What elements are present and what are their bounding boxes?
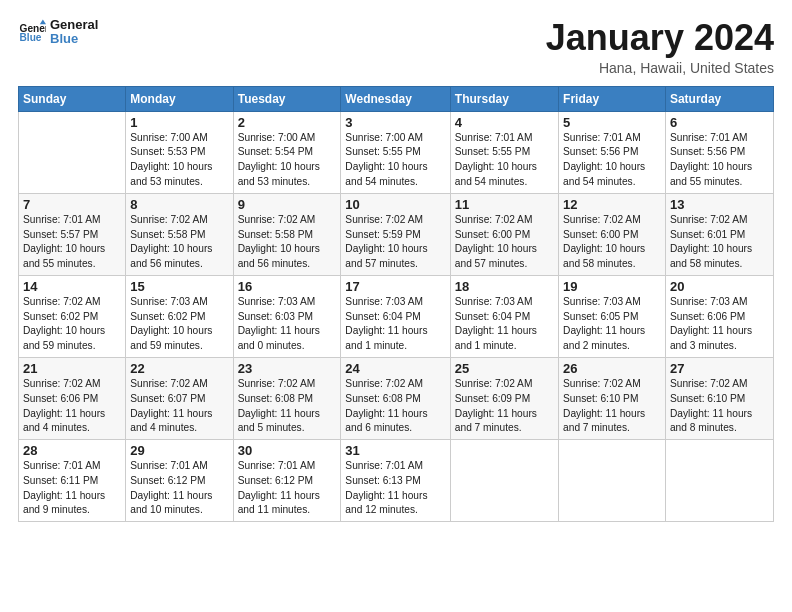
column-header-tuesday: Tuesday [233,86,341,111]
column-header-wednesday: Wednesday [341,86,450,111]
day-number: 12 [563,197,661,212]
day-number: 26 [563,361,661,376]
day-number: 23 [238,361,337,376]
day-cell [19,111,126,193]
logo-line1: General [50,18,98,32]
day-cell: 23Sunrise: 7:02 AM Sunset: 6:08 PM Dayli… [233,357,341,439]
column-header-saturday: Saturday [665,86,773,111]
day-cell: 7Sunrise: 7:01 AM Sunset: 5:57 PM Daylig… [19,193,126,275]
calendar-table: SundayMondayTuesdayWednesdayThursdayFrid… [18,86,774,523]
day-info: Sunrise: 7:02 AM Sunset: 5:59 PM Dayligh… [345,213,445,272]
day-info: Sunrise: 7:03 AM Sunset: 6:03 PM Dayligh… [238,295,337,354]
logo: General Blue General Blue [18,18,98,47]
day-number: 24 [345,361,445,376]
day-info: Sunrise: 7:02 AM Sunset: 6:02 PM Dayligh… [23,295,121,354]
day-info: Sunrise: 7:03 AM Sunset: 6:06 PM Dayligh… [670,295,769,354]
day-number: 14 [23,279,121,294]
day-cell: 4Sunrise: 7:01 AM Sunset: 5:55 PM Daylig… [450,111,558,193]
day-cell: 1Sunrise: 7:00 AM Sunset: 5:53 PM Daylig… [126,111,233,193]
day-info: Sunrise: 7:02 AM Sunset: 6:00 PM Dayligh… [563,213,661,272]
day-cell: 30Sunrise: 7:01 AM Sunset: 6:12 PM Dayli… [233,440,341,522]
day-cell: 8Sunrise: 7:02 AM Sunset: 5:58 PM Daylig… [126,193,233,275]
column-header-monday: Monday [126,86,233,111]
day-cell: 29Sunrise: 7:01 AM Sunset: 6:12 PM Dayli… [126,440,233,522]
day-info: Sunrise: 7:01 AM Sunset: 5:56 PM Dayligh… [670,131,769,190]
day-info: Sunrise: 7:02 AM Sunset: 6:01 PM Dayligh… [670,213,769,272]
day-number: 18 [455,279,554,294]
day-number: 7 [23,197,121,212]
day-number: 16 [238,279,337,294]
day-cell: 5Sunrise: 7:01 AM Sunset: 5:56 PM Daylig… [559,111,666,193]
day-number: 1 [130,115,228,130]
day-cell: 14Sunrise: 7:02 AM Sunset: 6:02 PM Dayli… [19,275,126,357]
day-number: 15 [130,279,228,294]
day-info: Sunrise: 7:02 AM Sunset: 6:00 PM Dayligh… [455,213,554,272]
day-number: 25 [455,361,554,376]
day-cell: 2Sunrise: 7:00 AM Sunset: 5:54 PM Daylig… [233,111,341,193]
week-row-2: 7Sunrise: 7:01 AM Sunset: 5:57 PM Daylig… [19,193,774,275]
day-cell: 17Sunrise: 7:03 AM Sunset: 6:04 PM Dayli… [341,275,450,357]
day-number: 10 [345,197,445,212]
day-cell: 10Sunrise: 7:02 AM Sunset: 5:59 PM Dayli… [341,193,450,275]
day-number: 11 [455,197,554,212]
day-info: Sunrise: 7:01 AM Sunset: 5:55 PM Dayligh… [455,131,554,190]
day-number: 27 [670,361,769,376]
column-header-thursday: Thursday [450,86,558,111]
day-cell: 16Sunrise: 7:03 AM Sunset: 6:03 PM Dayli… [233,275,341,357]
day-info: Sunrise: 7:00 AM Sunset: 5:54 PM Dayligh… [238,131,337,190]
day-cell: 18Sunrise: 7:03 AM Sunset: 6:04 PM Dayli… [450,275,558,357]
day-number: 20 [670,279,769,294]
day-cell: 6Sunrise: 7:01 AM Sunset: 5:56 PM Daylig… [665,111,773,193]
day-info: Sunrise: 7:02 AM Sunset: 5:58 PM Dayligh… [238,213,337,272]
day-info: Sunrise: 7:01 AM Sunset: 6:13 PM Dayligh… [345,459,445,518]
day-number: 30 [238,443,337,458]
day-info: Sunrise: 7:02 AM Sunset: 6:09 PM Dayligh… [455,377,554,436]
day-number: 3 [345,115,445,130]
day-info: Sunrise: 7:00 AM Sunset: 5:53 PM Dayligh… [130,131,228,190]
day-cell: 31Sunrise: 7:01 AM Sunset: 6:13 PM Dayli… [341,440,450,522]
column-header-friday: Friday [559,86,666,111]
day-cell: 11Sunrise: 7:02 AM Sunset: 6:00 PM Dayli… [450,193,558,275]
logo-line2: Blue [50,32,98,46]
day-number: 6 [670,115,769,130]
day-number: 13 [670,197,769,212]
day-cell: 20Sunrise: 7:03 AM Sunset: 6:06 PM Dayli… [665,275,773,357]
day-info: Sunrise: 7:03 AM Sunset: 6:02 PM Dayligh… [130,295,228,354]
day-cell: 28Sunrise: 7:01 AM Sunset: 6:11 PM Dayli… [19,440,126,522]
day-info: Sunrise: 7:03 AM Sunset: 6:04 PM Dayligh… [455,295,554,354]
calendar-subtitle: Hana, Hawaii, United States [546,60,774,76]
day-cell: 24Sunrise: 7:02 AM Sunset: 6:08 PM Dayli… [341,357,450,439]
day-info: Sunrise: 7:00 AM Sunset: 5:55 PM Dayligh… [345,131,445,190]
day-number: 2 [238,115,337,130]
day-cell [665,440,773,522]
day-cell: 3Sunrise: 7:00 AM Sunset: 5:55 PM Daylig… [341,111,450,193]
day-info: Sunrise: 7:01 AM Sunset: 5:57 PM Dayligh… [23,213,121,272]
day-info: Sunrise: 7:02 AM Sunset: 6:08 PM Dayligh… [238,377,337,436]
day-info: Sunrise: 7:01 AM Sunset: 6:11 PM Dayligh… [23,459,121,518]
day-number: 31 [345,443,445,458]
day-info: Sunrise: 7:01 AM Sunset: 6:12 PM Dayligh… [238,459,337,518]
day-cell: 22Sunrise: 7:02 AM Sunset: 6:07 PM Dayli… [126,357,233,439]
day-info: Sunrise: 7:02 AM Sunset: 6:08 PM Dayligh… [345,377,445,436]
week-row-4: 21Sunrise: 7:02 AM Sunset: 6:06 PM Dayli… [19,357,774,439]
header: General Blue General Blue January 2024 H… [18,18,774,76]
day-cell [450,440,558,522]
day-number: 28 [23,443,121,458]
day-info: Sunrise: 7:01 AM Sunset: 5:56 PM Dayligh… [563,131,661,190]
day-cell: 12Sunrise: 7:02 AM Sunset: 6:00 PM Dayli… [559,193,666,275]
day-cell: 15Sunrise: 7:03 AM Sunset: 6:02 PM Dayli… [126,275,233,357]
title-block: January 2024 Hana, Hawaii, United States [546,18,774,76]
day-info: Sunrise: 7:02 AM Sunset: 6:10 PM Dayligh… [670,377,769,436]
day-cell: 26Sunrise: 7:02 AM Sunset: 6:10 PM Dayli… [559,357,666,439]
day-info: Sunrise: 7:01 AM Sunset: 6:12 PM Dayligh… [130,459,228,518]
calendar-title: January 2024 [546,18,774,58]
day-cell: 25Sunrise: 7:02 AM Sunset: 6:09 PM Dayli… [450,357,558,439]
day-number: 5 [563,115,661,130]
calendar-page: General Blue General Blue January 2024 H… [0,0,792,612]
day-cell: 9Sunrise: 7:02 AM Sunset: 5:58 PM Daylig… [233,193,341,275]
svg-text:Blue: Blue [20,33,42,44]
day-cell: 27Sunrise: 7:02 AM Sunset: 6:10 PM Dayli… [665,357,773,439]
day-cell: 13Sunrise: 7:02 AM Sunset: 6:01 PM Dayli… [665,193,773,275]
day-info: Sunrise: 7:02 AM Sunset: 5:58 PM Dayligh… [130,213,228,272]
day-number: 4 [455,115,554,130]
